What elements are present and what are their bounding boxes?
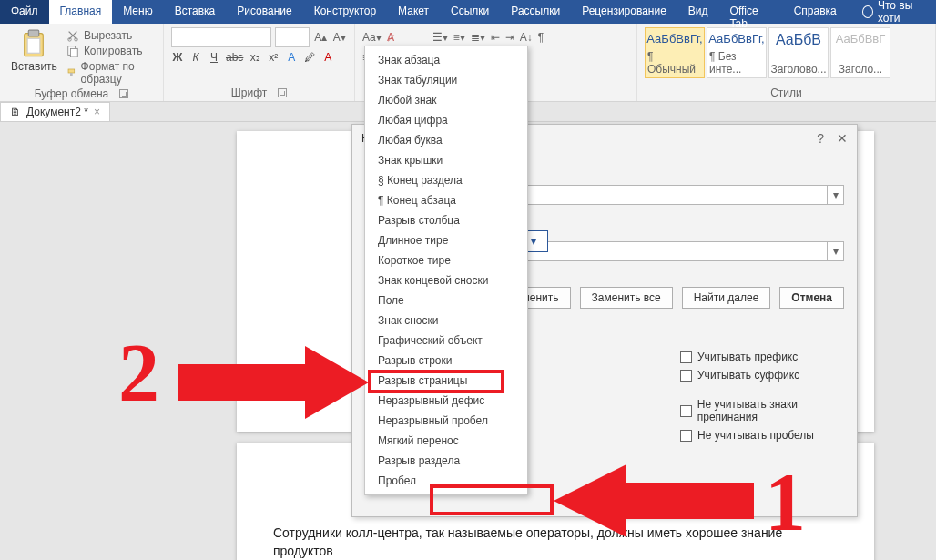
special-characters-menu: Знак абзаца Знак табуляции Любой знак Лю… <box>364 46 528 495</box>
dialog-close-button[interactable]: ✕ <box>837 131 848 146</box>
check-spaces-label: Не учитывать пробелы <box>697 429 814 442</box>
font-name-input[interactable] <box>171 27 271 47</box>
clipboard-caption: Буфер обмена <box>35 87 109 100</box>
tab-view[interactable]: Вид <box>677 0 719 24</box>
annotation-number-1: 1 <box>765 455 806 549</box>
decrease-indent-button[interactable]: ⇤ <box>491 31 500 44</box>
mi-paragraph-end[interactable]: ¶ Конец абзаца <box>365 190 527 210</box>
mi-nonbreaking-hyphen[interactable]: Неразрывный дефис <box>365 391 527 411</box>
font-color-button[interactable]: A <box>321 51 334 64</box>
tab-menu[interactable]: Меню <box>112 0 163 24</box>
check-suffix[interactable]: Учитывать суффикс <box>680 369 799 382</box>
mi-em-dash[interactable]: Длинное тире <box>365 230 527 250</box>
shrink-font-button[interactable]: A▾ <box>332 28 348 46</box>
show-marks-button[interactable]: ¶ <box>538 31 544 44</box>
change-case-button[interactable]: Aa▾ <box>362 31 382 44</box>
style-label: ¶ Обычный <box>647 50 702 76</box>
mi-field[interactable]: Поле <box>365 290 527 311</box>
text-effects-button[interactable]: A <box>285 51 298 64</box>
clipboard-launcher[interactable] <box>119 89 128 98</box>
mi-endnote-mark[interactable]: Знак концевой сноски <box>365 270 527 290</box>
mi-space[interactable]: Пробел <box>365 471 527 491</box>
paste-button[interactable]: Вставить <box>7 27 61 86</box>
copy-button[interactable]: Копировать <box>66 45 156 57</box>
numbering-button[interactable]: ≡▾ <box>453 31 465 44</box>
replace-dropdown-icon[interactable]: ▾ <box>827 242 843 260</box>
paste-label: Вставить <box>11 60 57 73</box>
increase-indent-button[interactable]: ⇥ <box>505 31 514 44</box>
superscript-button[interactable]: x² <box>267 51 280 64</box>
underline-button[interactable]: Ч <box>208 51 220 64</box>
mi-tab-char[interactable]: Знак табуляции <box>365 70 527 90</box>
strike-button[interactable]: abc <box>226 51 243 64</box>
format-painter-label: Формат по образцу <box>81 60 156 86</box>
tab-mailings[interactable]: Рассылки <box>500 0 571 24</box>
cut-button[interactable]: Вырезать <box>66 29 156 42</box>
style-sample: АаБбВвГг, <box>708 32 764 46</box>
bold-button[interactable]: Ж <box>171 51 184 64</box>
mi-section-break[interactable]: Разрыв раздела <box>365 451 527 471</box>
mi-column-break[interactable]: Разрыв столбца <box>365 210 527 230</box>
style-sample: АаБбВ <box>776 32 821 48</box>
mi-page-break[interactable]: Разрыв страницы <box>365 371 527 391</box>
subscript-button[interactable]: x₂ <box>249 51 261 64</box>
tab-home[interactable]: Главная <box>49 0 113 24</box>
check-suffix-label: Учитывать суффикс <box>697 369 799 382</box>
tab-officetab[interactable]: Office Tab <box>719 0 783 24</box>
grow-font-button[interactable]: A▴ <box>313 28 329 46</box>
style-normal[interactable]: АаБбВвГг,¶ Обычный <box>645 27 705 78</box>
find-dropdown-icon[interactable]: ▾ <box>827 186 843 204</box>
styles-caption: Стили <box>770 87 802 99</box>
annotation-number-2: 2 <box>118 326 159 420</box>
tab-review[interactable]: Рецензирование <box>571 0 677 24</box>
check-ignore-punct[interactable]: Не учитывать знаки препинания <box>680 398 857 423</box>
style-heading2[interactable]: АаБбВвГЗаголо... <box>830 27 890 78</box>
check-prefix[interactable]: Учитывать префикс <box>680 351 799 363</box>
check-ignore-spaces[interactable]: Не учитывать пробелы <box>680 429 857 442</box>
dialog-help-button[interactable]: ? <box>817 131 824 146</box>
document-tab[interactable]: 🗎 Документ2 * × <box>0 102 110 121</box>
tab-insert[interactable]: Вставка <box>164 0 227 24</box>
bullets-button[interactable]: ☰▾ <box>432 31 448 44</box>
close-doc-tab[interactable]: × <box>94 106 100 118</box>
tell-me[interactable]: Что вы хоти <box>855 0 936 24</box>
highlight-button[interactable]: 🖉 <box>303 51 316 64</box>
mi-line-break[interactable]: Разрыв строки <box>365 351 527 371</box>
mi-nonbreaking-space[interactable]: Неразрывный пробел <box>365 411 527 431</box>
tab-references[interactable]: Ссылки <box>440 0 500 24</box>
format-painter-button[interactable]: Формат по образцу <box>66 60 156 86</box>
clear-formatting-button[interactable]: A̷ <box>387 31 394 44</box>
style-label: Заголово... <box>770 63 826 76</box>
italic-button[interactable]: К <box>189 51 202 64</box>
font-caption: Шрифт <box>231 87 267 99</box>
mi-caret[interactable]: Знак крышки <box>365 150 527 170</box>
cut-label: Вырезать <box>84 29 132 42</box>
sort-button[interactable]: A↓ <box>520 31 533 44</box>
tab-help[interactable]: Справка <box>783 0 848 24</box>
multilevel-button[interactable]: ≣▾ <box>471 31 485 44</box>
tab-layout[interactable]: Макет <box>387 0 440 24</box>
ribbon-group-styles: АаБбВвГг,¶ Обычный АаБбВвГг,¶ Без инте..… <box>637 24 936 101</box>
cancel-button[interactable]: Отмена <box>779 287 844 309</box>
style-no-spacing[interactable]: АаБбВвГг,¶ Без инте... <box>707 27 767 78</box>
font-launcher[interactable] <box>278 88 287 97</box>
replace-all-button[interactable]: Заменить все <box>580 287 673 309</box>
mi-section-end[interactable]: § Конец раздела <box>365 170 527 190</box>
style-heading1[interactable]: АаБбВЗаголово... <box>768 27 829 78</box>
doc-tab-label: Документ2 * <box>26 106 88 118</box>
svg-rect-2 <box>28 38 41 53</box>
mi-any-char[interactable]: Любой знак <box>365 90 527 110</box>
tab-design[interactable]: Конструктор <box>303 0 387 24</box>
mi-footnote-mark[interactable]: Знак сноски <box>365 311 527 331</box>
mi-any-letter[interactable]: Любая буква <box>365 130 527 150</box>
tab-draw[interactable]: Рисование <box>226 0 302 24</box>
mi-graphic[interactable]: Графический объект <box>365 331 527 351</box>
mi-optional-hyphen[interactable]: Мягкий перенос <box>365 431 527 451</box>
tab-file[interactable]: Файл <box>0 0 49 24</box>
mi-en-dash[interactable]: Короткое тире <box>365 250 527 270</box>
mi-paragraph-mark[interactable]: Знак абзаца <box>365 50 527 70</box>
mi-any-digit[interactable]: Любая цифра <box>365 110 527 130</box>
font-size-input[interactable] <box>275 27 310 47</box>
find-next-button[interactable]: Найти далее <box>682 287 771 309</box>
style-label: Заголо... <box>839 63 882 76</box>
